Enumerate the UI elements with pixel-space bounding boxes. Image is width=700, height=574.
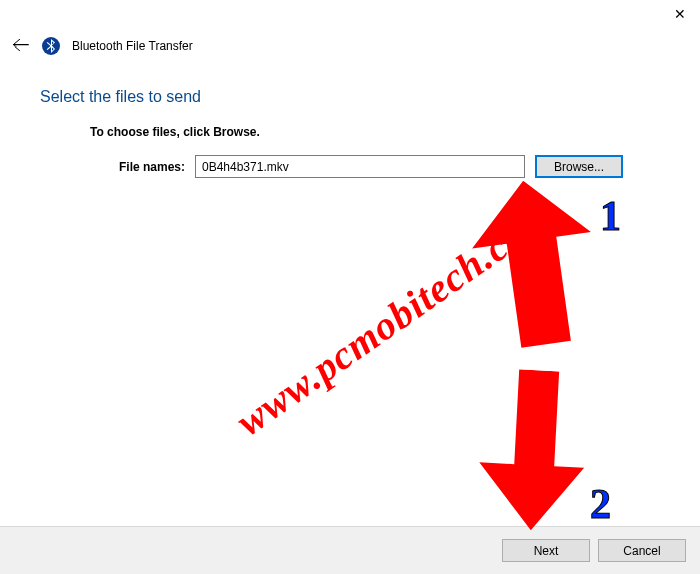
- file-names-input[interactable]: [195, 155, 525, 178]
- back-arrow-icon[interactable]: 🡠: [12, 35, 30, 56]
- svg-marker-0: [464, 172, 606, 352]
- window-title: Bluetooth File Transfer: [72, 39, 193, 53]
- annotation-arrow-2: [466, 367, 594, 533]
- file-names-row: File names: Browse...: [115, 155, 623, 178]
- annotation-arrow-1: [454, 171, 616, 359]
- wizard-footer: Next Cancel: [0, 526, 700, 574]
- next-button[interactable]: Next: [502, 539, 590, 562]
- svg-marker-1: [476, 367, 589, 532]
- instruction-text: To choose files, click Browse.: [90, 125, 260, 139]
- close-icon[interactable]: ✕: [674, 6, 686, 22]
- wizard-header: 🡠 Bluetooth File Transfer: [12, 35, 193, 56]
- annotation-number-1: 1: [600, 192, 621, 240]
- cancel-button[interactable]: Cancel: [598, 539, 686, 562]
- annotation-number-2: 2: [590, 480, 611, 528]
- browse-button[interactable]: Browse...: [535, 155, 623, 178]
- bluetooth-icon: [42, 37, 60, 55]
- watermark-text: www.pcmobitech.com: [227, 192, 561, 445]
- file-names-label: File names:: [115, 160, 185, 174]
- annotation-overlay: 1 2 www.pcmobitech.com: [0, 0, 700, 574]
- page-heading: Select the files to send: [40, 88, 201, 106]
